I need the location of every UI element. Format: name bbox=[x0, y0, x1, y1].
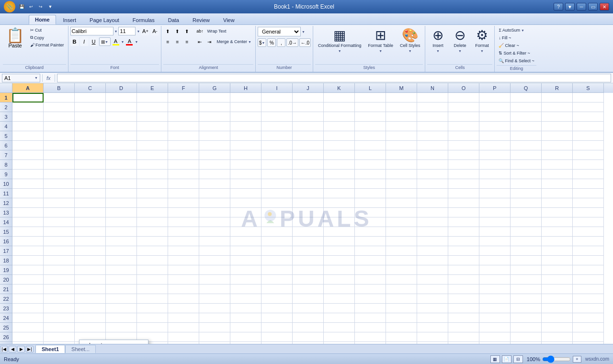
increase-decimal-btn[interactable]: .0→ bbox=[286, 38, 298, 47]
cell-D18[interactable] bbox=[106, 256, 137, 265]
tab-home[interactable]: Home bbox=[29, 15, 56, 24]
align-top-left-btn[interactable]: ⬆ bbox=[163, 27, 172, 35]
cell-I2[interactable] bbox=[261, 102, 293, 112]
cell-J11[interactable] bbox=[293, 189, 324, 198]
cell-G25[interactable] bbox=[199, 323, 230, 332]
cell-I19[interactable] bbox=[261, 265, 293, 275]
cell-R8[interactable] bbox=[542, 160, 573, 170]
cell-S23[interactable] bbox=[573, 304, 604, 313]
cell-K10[interactable] bbox=[324, 179, 355, 189]
col-header-A[interactable]: A bbox=[12, 83, 44, 93]
cell-I14[interactable] bbox=[261, 217, 293, 227]
cell-E11[interactable] bbox=[137, 189, 168, 198]
cell-D19[interactable] bbox=[106, 265, 137, 275]
cell-F20[interactable] bbox=[168, 275, 199, 284]
cell-J20[interactable] bbox=[293, 275, 324, 284]
cell-A1[interactable] bbox=[12, 93, 44, 102]
autosum-button[interactable]: Σ AutoSum ▼ bbox=[497, 27, 526, 34]
cell-C9[interactable] bbox=[75, 170, 106, 179]
row-num-27[interactable]: 27 bbox=[0, 342, 12, 344]
cell-N26[interactable] bbox=[417, 332, 448, 342]
cell-S11[interactable] bbox=[573, 189, 604, 198]
cell-K17[interactable] bbox=[324, 246, 355, 256]
cell-B6[interactable] bbox=[44, 141, 75, 150]
cell-F26[interactable] bbox=[168, 332, 199, 342]
cell-R2[interactable] bbox=[542, 102, 573, 112]
cell-Q17[interactable] bbox=[511, 246, 542, 256]
cell-B5[interactable] bbox=[44, 131, 75, 141]
row-num-10[interactable]: 10 bbox=[0, 179, 12, 189]
cell-G6[interactable] bbox=[199, 141, 230, 150]
cell-M2[interactable] bbox=[386, 102, 417, 112]
cell-C13[interactable] bbox=[75, 208, 106, 217]
cell-N21[interactable] bbox=[417, 284, 448, 294]
delete-arrow[interactable]: ▼ bbox=[458, 49, 462, 53]
cell-G8[interactable] bbox=[199, 160, 230, 170]
cell-B11[interactable] bbox=[44, 189, 75, 198]
cell-K15[interactable] bbox=[324, 227, 355, 237]
cell-S18[interactable] bbox=[573, 256, 604, 265]
underline-button[interactable]: U bbox=[90, 37, 98, 46]
row-num-11[interactable]: 11 bbox=[0, 189, 12, 198]
cell-M12[interactable] bbox=[386, 198, 417, 208]
cell-E16[interactable] bbox=[137, 237, 168, 246]
cell-L2[interactable] bbox=[355, 102, 386, 112]
cell-A13[interactable] bbox=[12, 208, 44, 217]
cell-P14[interactable] bbox=[479, 217, 511, 227]
cell-D3[interactable] bbox=[106, 112, 137, 122]
cell-G22[interactable] bbox=[199, 294, 230, 304]
cell-N18[interactable] bbox=[417, 256, 448, 265]
cell-A25[interactable] bbox=[12, 323, 44, 332]
cell-K1[interactable] bbox=[324, 93, 355, 102]
tab-review[interactable]: Review bbox=[186, 15, 216, 24]
cell-P1[interactable] bbox=[479, 93, 511, 102]
number-format-arrow[interactable]: ▼ bbox=[302, 30, 305, 34]
cell-K6[interactable] bbox=[324, 141, 355, 150]
cell-R27[interactable] bbox=[542, 342, 573, 344]
cell-G15[interactable] bbox=[199, 227, 230, 237]
cell-N17[interactable] bbox=[417, 246, 448, 256]
cell-I10[interactable] bbox=[261, 179, 293, 189]
cell-E20[interactable] bbox=[137, 275, 168, 284]
cell-O10[interactable] bbox=[448, 179, 479, 189]
format-as-table-button[interactable]: ⊞ Format Table ▼ bbox=[365, 27, 396, 61]
cell-styles-button[interactable]: 🎨 Cell Styles ▼ bbox=[397, 27, 423, 61]
sort-filter-button[interactable]: ⇅ Sort & Filter ~ bbox=[497, 50, 532, 57]
col-header-D[interactable]: D bbox=[106, 83, 137, 93]
percent-button[interactable]: % bbox=[267, 38, 276, 47]
cell-D15[interactable] bbox=[106, 227, 137, 237]
cell-M26[interactable] bbox=[386, 332, 417, 342]
cell-I8[interactable] bbox=[261, 160, 293, 170]
cell-H15[interactable] bbox=[230, 227, 261, 237]
cell-S12[interactable] bbox=[573, 198, 604, 208]
cell-R3[interactable] bbox=[542, 112, 573, 122]
row-num-6[interactable]: 6 bbox=[0, 141, 12, 150]
cell-A7[interactable] bbox=[12, 150, 44, 160]
cell-M10[interactable] bbox=[386, 179, 417, 189]
cell-P3[interactable] bbox=[479, 112, 511, 122]
cell-C7[interactable] bbox=[75, 150, 106, 160]
cell-B18[interactable] bbox=[44, 256, 75, 265]
cell-S3[interactable] bbox=[573, 112, 604, 122]
cell-H1[interactable] bbox=[230, 93, 261, 102]
page-break-view-btn[interactable]: ⊟ bbox=[513, 355, 523, 363]
font-size-dropdown-arrow[interactable]: ▼ bbox=[136, 30, 140, 33]
cell-J10[interactable] bbox=[293, 179, 324, 189]
cell-S27[interactable] bbox=[573, 342, 604, 344]
minimize-btn[interactable]: ─ bbox=[577, 3, 586, 11]
cell-G20[interactable] bbox=[199, 275, 230, 284]
cell-O13[interactable] bbox=[448, 208, 479, 217]
cell-H8[interactable] bbox=[230, 160, 261, 170]
cell-F3[interactable] bbox=[168, 112, 199, 122]
cell-E15[interactable] bbox=[137, 227, 168, 237]
cell-F9[interactable] bbox=[168, 170, 199, 179]
cell-M18[interactable] bbox=[386, 256, 417, 265]
row-num-22[interactable]: 22 bbox=[0, 294, 12, 304]
cell-F13[interactable] bbox=[168, 208, 199, 217]
cell-P12[interactable] bbox=[479, 198, 511, 208]
cell-K11[interactable] bbox=[324, 189, 355, 198]
delete-button[interactable]: ⊖ Delete ▼ bbox=[449, 27, 470, 61]
cell-O7[interactable] bbox=[448, 150, 479, 160]
cell-K23[interactable] bbox=[324, 304, 355, 313]
cell-M27[interactable] bbox=[386, 342, 417, 344]
